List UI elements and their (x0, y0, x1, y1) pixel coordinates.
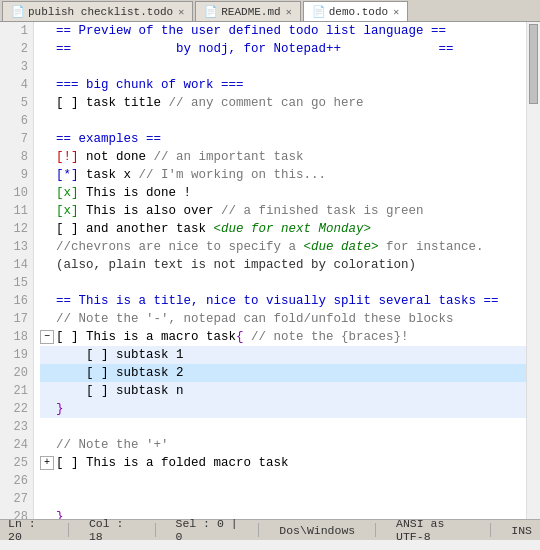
close-icon-readme[interactable]: ✕ (286, 6, 292, 18)
line-number-14: 14 (0, 256, 33, 274)
token: [x] (56, 202, 79, 220)
token: and another task (86, 220, 214, 238)
line-number-12: 12 (0, 220, 33, 238)
token: == Preview of the user defined todo list… (56, 22, 446, 40)
token: [ ] task title (56, 94, 169, 112)
code-area[interactable]: == Preview of the user defined todo list… (34, 22, 526, 519)
status-mode: INS (511, 524, 532, 537)
code-line-2: == by nodj, for Notepad++ == (40, 40, 526, 58)
status-bar: Ln : 20 Col : 18 Sel : 0 | 0 Dos\Windows… (0, 519, 540, 540)
code-line-19: [ ] subtask 1 (40, 346, 526, 364)
token: [ ] This is a folded macro task (56, 454, 289, 472)
line-numbers: 1234567891011121314151617181920212223242… (0, 22, 34, 519)
line-number-19: 19 (0, 346, 33, 364)
tab-bar: 📄 publish checklist.todo ✕ 📄 README.md ✕… (0, 0, 540, 22)
line-number-5: 5 (0, 94, 33, 112)
code-line-9: [*] task x // I'm working on this... (40, 166, 526, 184)
close-icon-demo[interactable]: ✕ (393, 6, 399, 18)
line-number-16: 16 (0, 292, 33, 310)
token: [ ] subtask 1 (56, 346, 184, 364)
close-icon-publish[interactable]: ✕ (178, 6, 184, 18)
token: // any comment can go here (169, 94, 364, 112)
line-number-11: 11 (0, 202, 33, 220)
line-number-1: 1 (0, 22, 33, 40)
code-line-4: === big chunk of work === (40, 76, 526, 94)
status-encoding: ANSI as UTF-8 (396, 517, 470, 543)
token: for instance. (379, 238, 484, 256)
token: } (56, 508, 64, 519)
token: [ ] (56, 328, 79, 346)
line-number-8: 8 (0, 148, 33, 166)
token: [x] (56, 184, 79, 202)
code-line-13: //chevrons are nice to specify a <due da… (40, 238, 526, 256)
tab-readme[interactable]: 📄 README.md ✕ (195, 1, 300, 21)
code-line-8: [!] not done // an important task (40, 148, 526, 166)
editor-container: 1234567891011121314151617181920212223242… (0, 22, 540, 519)
tab-publish[interactable]: 📄 publish checklist.todo ✕ (2, 1, 193, 21)
code-line-25: +[ ] This is a folded macro task (40, 454, 526, 472)
code-line-1: == Preview of the user defined todo list… (40, 22, 526, 40)
line-number-6: 6 (0, 112, 33, 130)
token: [ ] subtask n (56, 382, 184, 400)
token: // Note the '-', notepad can fold/unfold… (56, 310, 454, 328)
token: // note the {braces}! (251, 328, 409, 346)
fold-closed-icon[interactable]: + (40, 456, 54, 470)
token: // I'm working on this... (139, 166, 327, 184)
token: //chevrons are nice to specify a (56, 238, 304, 256)
line-number-26: 26 (0, 472, 33, 490)
code-line-17: // Note the '-', notepad can fold/unfold… (40, 310, 526, 328)
code-line-23 (40, 418, 526, 436)
scrollbar[interactable] (526, 22, 540, 519)
token: { (236, 328, 251, 346)
token: == examples == (56, 130, 161, 148)
token: } (56, 400, 64, 418)
token: [ ] (56, 220, 86, 238)
code-line-16: == This is a title, nice to visually spl… (40, 292, 526, 310)
tab-label-publish: publish checklist.todo (28, 6, 173, 18)
token: This is a macro task (79, 328, 237, 346)
token: task x (79, 166, 139, 184)
status-divider-4 (375, 523, 376, 537)
line-number-18: 18 (0, 328, 33, 346)
code-line-21: [ ] subtask n (40, 382, 526, 400)
tab-icon-publish: 📄 (11, 5, 25, 18)
code-line-12: [ ] and another task <due for next Monda… (40, 220, 526, 238)
tab-demo[interactable]: 📄 demo.todo ✕ (303, 1, 408, 21)
code-line-7: == examples == (40, 130, 526, 148)
line-number-9: 9 (0, 166, 33, 184)
token: This is done ! (79, 184, 192, 202)
token: // a finished task is green (221, 202, 424, 220)
status-divider-5 (490, 523, 491, 537)
status-sel: Sel : 0 | 0 (176, 517, 239, 543)
code-line-5: [ ] task title // any comment can go her… (40, 94, 526, 112)
status-divider-2 (155, 523, 156, 537)
code-line-24: // Note the '+' (40, 436, 526, 454)
token: // an important task (154, 148, 304, 166)
token: [!] (56, 148, 79, 166)
status-col: Col : 18 (89, 517, 135, 543)
scrollbar-thumb[interactable] (529, 24, 538, 104)
token: [*] (56, 166, 79, 184)
token: not done (79, 148, 154, 166)
fold-open-icon[interactable]: − (40, 330, 54, 344)
token: <due for next Monday> (214, 220, 372, 238)
tab-icon-demo: 📄 (312, 5, 326, 18)
line-number-21: 21 (0, 382, 33, 400)
token: == by nodj, for Notepad++ == (56, 40, 454, 58)
line-number-25: 25 (0, 454, 33, 472)
status-eol: Dos\Windows (279, 524, 355, 537)
line-number-10: 10 (0, 184, 33, 202)
line-number-3: 3 (0, 58, 33, 76)
token: (also, plain text is not impacted by col… (56, 256, 416, 274)
status-divider-1 (68, 523, 69, 537)
line-number-4: 4 (0, 76, 33, 94)
code-line-15 (40, 274, 526, 292)
token: <due date> (304, 238, 379, 256)
code-line-3 (40, 58, 526, 76)
line-number-24: 24 (0, 436, 33, 454)
line-number-20: 20 (0, 364, 33, 382)
tab-icon-readme: 📄 (204, 5, 218, 18)
line-number-22: 22 (0, 400, 33, 418)
code-line-6 (40, 112, 526, 130)
line-number-15: 15 (0, 274, 33, 292)
